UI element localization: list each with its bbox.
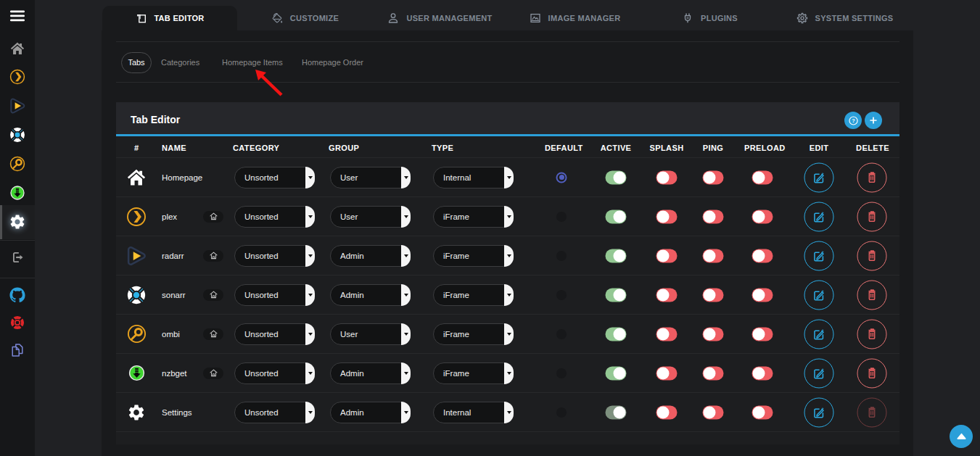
svg-text:?: ? (852, 117, 855, 124)
